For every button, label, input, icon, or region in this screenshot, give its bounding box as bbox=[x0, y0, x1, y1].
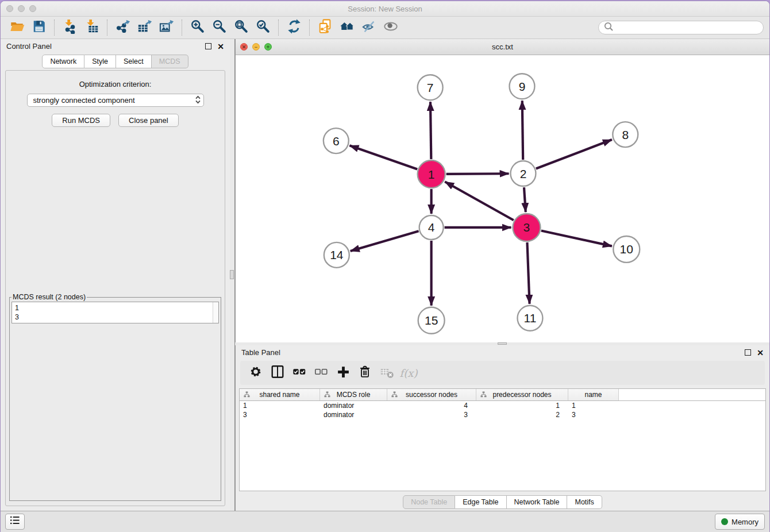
show-graphics-details-button[interactable] bbox=[382, 18, 400, 37]
optimization-dropdown[interactable]: strongly connected component bbox=[27, 94, 204, 107]
refresh-button[interactable] bbox=[285, 18, 303, 37]
cell-MCDS-role[interactable]: dominator bbox=[320, 401, 387, 410]
zoom-fit-icon bbox=[234, 19, 249, 36]
split-panel-icon bbox=[270, 364, 285, 381]
graph-node-2[interactable]: 2 bbox=[510, 161, 536, 186]
cell-MCDS-role[interactable]: dominator bbox=[320, 410, 387, 419]
cell-name[interactable]: 1 bbox=[568, 401, 619, 410]
graph-edge-1-7[interactable] bbox=[430, 102, 431, 159]
graph-edge-2-3[interactable] bbox=[524, 187, 526, 212]
tab-select[interactable]: Select bbox=[116, 55, 152, 68]
graph-edge-3-1[interactable] bbox=[445, 182, 514, 220]
result-scrollbar[interactable] bbox=[213, 302, 218, 323]
graph-node-14[interactable]: 14 bbox=[324, 242, 349, 268]
memory-button[interactable]: Memory bbox=[715, 514, 765, 530]
column-label: name bbox=[584, 391, 602, 399]
table-row[interactable]: 1dominator411 bbox=[240, 401, 765, 410]
zoom-in-button[interactable] bbox=[188, 18, 207, 37]
table-row[interactable]: 3dominator323 bbox=[240, 410, 765, 419]
task-history-button[interactable] bbox=[5, 514, 25, 530]
cell-successor-nodes[interactable]: 3 bbox=[387, 410, 476, 419]
tab-network[interactable]: Network bbox=[42, 55, 84, 68]
vertical-splitter[interactable] bbox=[230, 39, 235, 511]
graph-edge-4-14[interactable] bbox=[351, 231, 419, 251]
graph-edge-3-11[interactable] bbox=[527, 242, 529, 304]
graph-edge-2-9[interactable] bbox=[522, 101, 523, 160]
split-panel-button[interactable] bbox=[269, 364, 286, 381]
column-header-MCDS-role[interactable]: MCDS role bbox=[320, 389, 387, 400]
function-builder-icon: f(x) bbox=[400, 367, 418, 379]
cell-predecessor-nodes[interactable]: 1 bbox=[476, 401, 568, 410]
tab-mcds[interactable]: MCDS bbox=[152, 55, 188, 68]
splitter-grip[interactable] bbox=[230, 270, 234, 279]
graph-node-8[interactable]: 8 bbox=[613, 122, 638, 147]
export-network-button[interactable] bbox=[114, 18, 132, 37]
search-box[interactable] bbox=[598, 21, 764, 34]
column-header-predecessor-nodes[interactable]: predecessor nodes bbox=[476, 389, 568, 400]
graph-node-15[interactable]: 15 bbox=[418, 307, 445, 334]
graph-edge-1-6[interactable] bbox=[349, 145, 417, 169]
graph-node-3[interactable]: 3 bbox=[513, 214, 540, 241]
svg-text:6: 6 bbox=[333, 134, 340, 148]
close-panel-icon[interactable]: ✕ bbox=[217, 43, 224, 51]
tab-node-table[interactable]: Node Table bbox=[403, 495, 455, 509]
cell-predecessor-nodes[interactable]: 2 bbox=[476, 410, 568, 419]
graph-node-7[interactable]: 7 bbox=[418, 75, 443, 100]
cell-shared-name[interactable]: 3 bbox=[240, 410, 320, 419]
column-header-name[interactable]: name bbox=[568, 389, 619, 400]
zoom-fit-button[interactable] bbox=[232, 18, 251, 37]
svg-text:2: 2 bbox=[520, 167, 527, 180]
graph-node-4[interactable]: 4 bbox=[419, 215, 444, 240]
graph-node-1[interactable]: 1 bbox=[418, 160, 445, 188]
deselect-all-button[interactable] bbox=[313, 364, 330, 381]
close-table-panel-icon[interactable]: ✕ bbox=[757, 349, 764, 357]
delete-table-icon bbox=[380, 365, 394, 381]
tab-edge-table[interactable]: Edge Table bbox=[455, 495, 506, 509]
horizontal-splitter[interactable] bbox=[235, 342, 769, 345]
tab-motifs[interactable]: Motifs bbox=[567, 495, 602, 509]
zoom-selected-button[interactable] bbox=[254, 18, 272, 37]
close-panel-button[interactable]: Close panel bbox=[118, 114, 179, 127]
export-image-icon bbox=[159, 19, 174, 36]
cell-name[interactable]: 3 bbox=[568, 410, 619, 419]
home-button[interactable] bbox=[338, 18, 356, 37]
duplicate-network-button[interactable] bbox=[316, 18, 334, 37]
mcds-result-text[interactable]: 1 3 bbox=[12, 302, 213, 323]
column-header-successor-nodes[interactable]: successor nodes bbox=[387, 389, 476, 400]
float-panel-icon[interactable] bbox=[205, 43, 211, 49]
save-session-button[interactable] bbox=[30, 18, 48, 37]
hide-annotations-button[interactable] bbox=[360, 18, 378, 37]
svg-text:3: 3 bbox=[523, 221, 530, 234]
search-input[interactable] bbox=[617, 23, 759, 32]
float-table-panel-icon[interactable] bbox=[745, 349, 751, 356]
zoom-out-button[interactable] bbox=[210, 18, 229, 37]
tab-style[interactable]: Style bbox=[84, 55, 116, 68]
column-label: MCDS role bbox=[337, 391, 371, 399]
select-all-button[interactable] bbox=[291, 364, 308, 381]
graph-edge-3-10[interactable] bbox=[541, 230, 612, 246]
run-mcds-button[interactable]: Run MCDS bbox=[52, 114, 110, 127]
export-image-button[interactable] bbox=[157, 18, 176, 37]
open-session-button[interactable] bbox=[8, 18, 26, 37]
graph-node-11[interactable]: 11 bbox=[517, 306, 542, 331]
graph-edge-1-2[interactable] bbox=[446, 174, 509, 174]
add-column-button[interactable] bbox=[334, 364, 352, 381]
export-table-button[interactable] bbox=[136, 18, 154, 37]
graph-edge-2-8[interactable] bbox=[536, 140, 612, 168]
import-table-button[interactable] bbox=[83, 18, 101, 37]
network-canvas[interactable]: 7 9 6 8 1 2 4 3 14 10 15 11 bbox=[236, 55, 769, 342]
svg-text:4: 4 bbox=[428, 221, 435, 234]
cell-shared-name[interactable]: 1 bbox=[240, 401, 320, 410]
column-header-shared-name[interactable]: shared name bbox=[240, 389, 320, 400]
svg-text:15: 15 bbox=[425, 314, 438, 327]
cell-successor-nodes[interactable]: 4 bbox=[387, 401, 476, 410]
gear-button[interactable] bbox=[247, 364, 264, 381]
splitter-grip[interactable] bbox=[498, 342, 507, 345]
delete-column-button[interactable] bbox=[356, 364, 374, 381]
tab-network-table[interactable]: Network Table bbox=[507, 495, 568, 509]
graph-node-10[interactable]: 10 bbox=[613, 236, 640, 263]
graph-node-6[interactable]: 6 bbox=[324, 128, 349, 153]
import-network-button[interactable] bbox=[61, 18, 79, 37]
network-graph[interactable]: 7 9 6 8 1 2 4 3 14 10 15 11 bbox=[236, 55, 769, 342]
graph-node-9[interactable]: 9 bbox=[509, 74, 534, 99]
